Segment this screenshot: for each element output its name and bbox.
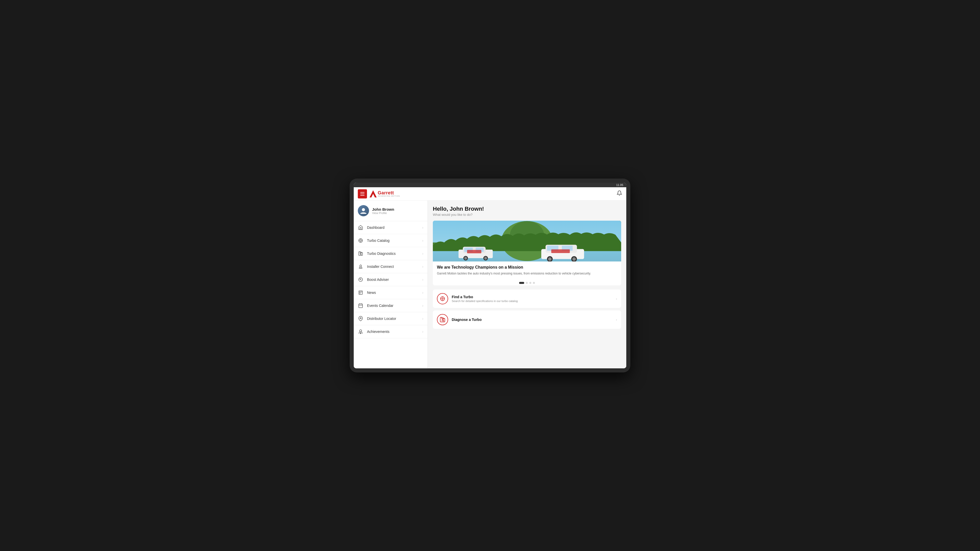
tablet-screen: 11.05 Garrett ADVAN: [354, 183, 626, 368]
hamburger-button[interactable]: [358, 189, 367, 198]
events-calendar-chevron: ›: [422, 303, 423, 308]
sidebar-item-news[interactable]: News ›: [354, 286, 428, 299]
hero-text: Garrett Motion tackles the auto industry…: [437, 271, 617, 276]
greeting-hello: Hello, John Brown!: [433, 206, 621, 212]
sidebar-item-turbo-catalog[interactable]: Turbo Catalog ›: [354, 234, 428, 247]
status-bar: 11.05: [354, 183, 626, 187]
turbo-catalog-icon: [358, 238, 363, 243]
view-profile-link[interactable]: View Profile: [372, 211, 394, 214]
sidebar-item-boost-adviser[interactable]: Boost Adviser ›: [354, 273, 428, 286]
news-chevron: ›: [422, 291, 423, 295]
distributor-locator-chevron: ›: [422, 317, 423, 321]
hero-title: We are Technology Champions on a Mission: [437, 265, 617, 270]
carousel-dots: [433, 279, 621, 286]
achievements-icon: [358, 329, 363, 334]
find-turbo-subtitle: Search for detailed specifications in ou…: [452, 300, 616, 303]
logo-area: Garrett ADVANCING MOTION: [369, 190, 617, 197]
home-icon: [358, 225, 363, 230]
svg-point-6: [360, 265, 362, 267]
turbo-diagnostics-chevron: ›: [422, 251, 423, 256]
user-info: John Brown View Profile: [372, 207, 394, 214]
hamburger-line-3: [360, 195, 364, 196]
svg-rect-8: [359, 304, 363, 308]
boost-adviser-icon: [358, 277, 363, 283]
svg-point-4: [360, 240, 362, 241]
diagnose-turbo-action[interactable]: Diagnose a Turbo ›: [433, 310, 621, 329]
dashboard-chevron: ›: [422, 225, 423, 230]
svg-point-2: [362, 208, 365, 211]
sidebar: John Brown View Profile Dashboard: [354, 200, 428, 368]
user-name: John Brown: [372, 207, 394, 211]
sidebar-item-events-calendar[interactable]: Events Calendar ›: [354, 299, 428, 312]
boost-adviser-chevron: ›: [422, 278, 423, 282]
svg-point-37: [441, 297, 445, 301]
carousel-dot-3[interactable]: [529, 282, 531, 284]
svg-point-3: [359, 239, 363, 243]
logo-name: Garrett: [378, 191, 400, 195]
sidebar-item-achievements[interactable]: Achievements ›: [354, 325, 428, 338]
user-profile[interactable]: John Brown View Profile: [354, 200, 428, 221]
find-turbo-action[interactable]: Find a Turbo Search for detailed specifi…: [433, 289, 621, 308]
installer-icon: [358, 264, 363, 269]
avatar: [358, 205, 369, 216]
sidebar-item-distributor-locator[interactable]: Distributor Locator ›: [354, 312, 428, 325]
svg-point-33: [548, 257, 552, 261]
svg-point-35: [573, 257, 576, 261]
calendar-icon: [358, 303, 363, 308]
diagnostics-icon: [358, 251, 363, 256]
carousel-dot-4[interactable]: [533, 282, 535, 284]
svg-point-5: [360, 253, 361, 254]
hero-content: We are Technology Champions on a Mission…: [433, 262, 621, 279]
hero-scene-svg: [433, 221, 621, 262]
logo-tagline: ADVANCING MOTION: [378, 195, 400, 197]
diagnose-turbo-title: Diagnose a Turbo: [452, 318, 616, 322]
find-turbo-text: Find a Turbo Search for detailed specifi…: [452, 295, 616, 303]
location-icon: [358, 316, 363, 321]
svg-point-12: [360, 318, 361, 319]
installer-connect-label: Installer Connect: [367, 265, 422, 268]
diagnose-turbo-icon: [437, 314, 448, 325]
installer-connect-chevron: ›: [422, 265, 423, 268]
turbo-catalog-label: Turbo Catalog: [367, 238, 422, 243]
hero-banner: We are Technology Champions on a Mission…: [433, 221, 621, 286]
svg-point-26: [484, 257, 487, 260]
app-container: Garrett ADVANCING MOTION: [354, 187, 626, 368]
svg-point-24: [464, 257, 467, 260]
hamburger-line-1: [360, 192, 364, 192]
logo-text: Garrett ADVANCING MOTION: [378, 191, 400, 197]
news-icon: [358, 290, 363, 295]
garrett-logo-icon: [369, 190, 377, 197]
diagnose-turbo-text: Diagnose a Turbo: [452, 318, 616, 322]
events-calendar-label: Events Calendar: [367, 303, 422, 308]
tablet-shell: 11.05 Garrett ADVAN: [350, 179, 630, 372]
diagnose-turbo-chevron: ›: [616, 318, 617, 322]
boost-adviser-label: Boost Adviser: [367, 278, 422, 282]
achievements-chevron: ›: [422, 330, 423, 333]
svg-rect-36: [551, 249, 570, 253]
sidebar-item-dashboard[interactable]: Dashboard ›: [354, 221, 428, 234]
carousel-dot-1[interactable]: [519, 282, 524, 284]
sidebar-item-turbo-diagnostics[interactable]: Turbo Diagnostics ›: [354, 247, 428, 260]
main-layout: John Brown View Profile Dashboard: [354, 200, 626, 368]
turbo-catalog-chevron: ›: [422, 238, 423, 243]
svg-rect-27: [467, 250, 481, 253]
content-area: Hello, John Brown! What would you like t…: [428, 200, 626, 368]
find-turbo-chevron: ›: [616, 297, 617, 301]
dashboard-label: Dashboard: [367, 225, 422, 230]
greeting-subtitle: What would you like to do?: [433, 213, 621, 217]
carousel-dot-2[interactable]: [526, 282, 528, 284]
svg-point-38: [442, 298, 443, 300]
find-turbo-title: Find a Turbo: [452, 295, 616, 299]
status-time: 11.05: [616, 183, 623, 186]
svg-point-39: [442, 319, 444, 321]
turbo-diagnostics-label: Turbo Diagnostics: [367, 251, 422, 256]
notification-button[interactable]: [617, 190, 622, 197]
distributor-locator-label: Distributor Locator: [367, 317, 422, 321]
hamburger-line-2: [360, 194, 364, 194]
news-label: News: [367, 291, 422, 295]
sidebar-item-installer-connect[interactable]: Installer Connect ›: [354, 260, 428, 273]
svg-point-13: [360, 330, 362, 332]
greeting-section: Hello, John Brown! What would you like t…: [433, 206, 621, 217]
hero-image: [433, 221, 621, 262]
achievements-label: Achievements: [367, 330, 422, 333]
